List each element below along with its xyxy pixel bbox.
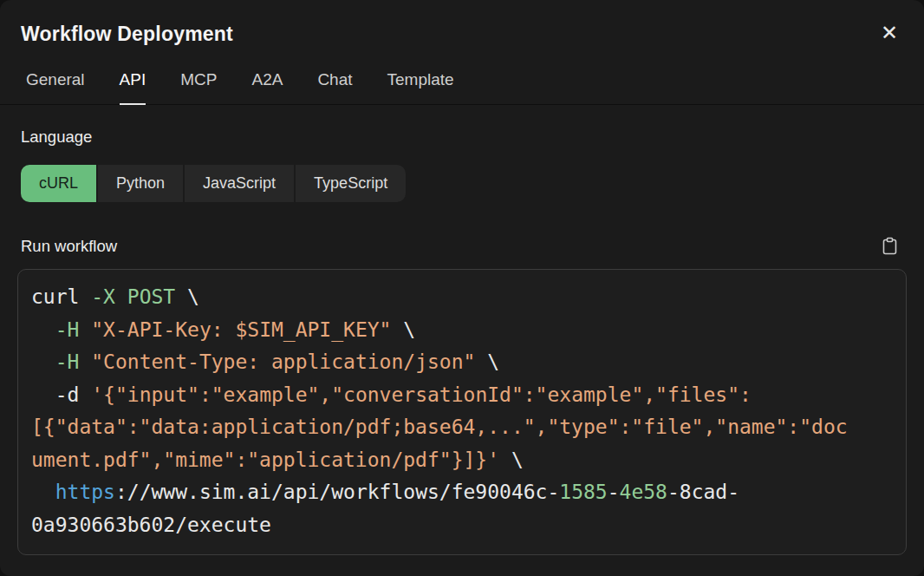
tab-chat[interactable]: Chat	[317, 69, 352, 105]
language-option-curl[interactable]: cURL	[21, 165, 96, 202]
copy-button[interactable]	[882, 237, 898, 255]
language-selector: cURL Python JavaScript TypeScript	[21, 165, 406, 202]
dialog-header: Workflow Deployment ✕	[0, 0, 924, 47]
tab-a2a[interactable]: A2A	[251, 69, 283, 105]
tab-general[interactable]: General	[26, 69, 85, 105]
language-option-typescript[interactable]: TypeScript	[296, 165, 406, 202]
tab-mcp[interactable]: MCP	[180, 69, 217, 105]
curl-command: curl -X POST \ -H "X-API-Key: $SIM_API_K…	[31, 281, 893, 541]
language-section: Language cURL Python JavaScript TypeScri…	[21, 126, 903, 202]
workflow-deployment-dialog: Workflow Deployment ✕ General API MCP A2…	[0, 0, 924, 576]
page-title: Workflow Deployment	[21, 21, 233, 47]
run-workflow-header: Run workflow	[21, 233, 903, 258]
code-block[interactable]: curl -X POST \ -H "X-API-Key: $SIM_API_K…	[17, 269, 907, 555]
language-option-javascript[interactable]: JavaScript	[185, 165, 294, 202]
tab-bar: General API MCP A2A Chat Template	[0, 62, 924, 105]
language-label: Language	[21, 126, 903, 147]
close-icon[interactable]: ✕	[881, 23, 898, 43]
tab-template[interactable]: Template	[387, 69, 454, 105]
run-workflow-label: Run workflow	[21, 235, 117, 257]
language-option-python[interactable]: Python	[98, 165, 183, 202]
tab-api[interactable]: API	[120, 69, 146, 105]
clipboard-icon	[882, 237, 898, 255]
